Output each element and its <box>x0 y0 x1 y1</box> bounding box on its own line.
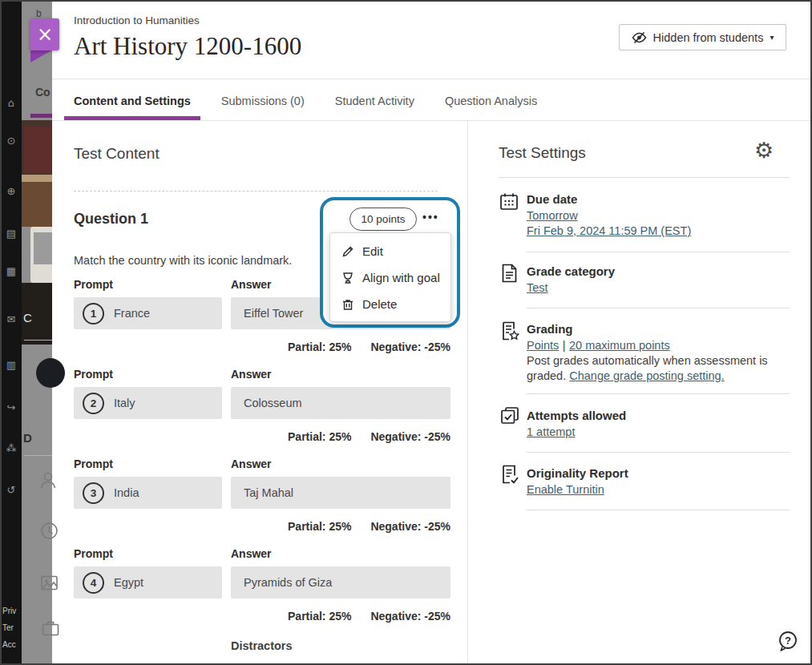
close-panel-button[interactable]: × <box>30 18 59 50</box>
grading-points-link[interactable]: Points <box>527 339 559 352</box>
sidebar-profile-icon[interactable]: ⊙ <box>4 134 18 148</box>
partial-credit: Partial: 25% <box>288 430 351 443</box>
partial-credit: Partial: 25% <box>288 341 351 353</box>
answer-header: Answer <box>231 457 272 470</box>
menu-item-edit[interactable]: Edit <box>330 238 450 264</box>
points-pill-button[interactable]: 10 points <box>349 208 417 231</box>
tab-bar: Content and Settings Submissions (0) Stu… <box>64 87 547 120</box>
sidebar-organizations-icon[interactable]: ▦ <box>4 264 18 279</box>
sidebar-history-icon[interactable]: ↺ <box>4 483 18 498</box>
sidebar-groups-icon[interactable]: ⁂ <box>4 441 18 456</box>
prompt-number-badge: 2 <box>83 393 104 414</box>
dashed-divider <box>74 191 438 191</box>
tab-student-activity[interactable]: Student Activity <box>325 87 424 120</box>
attempts-title: Attempts allowed <box>527 409 626 422</box>
backdrop-breadcrumb-fragment: b <box>36 8 42 19</box>
close-icon: × <box>37 23 53 46</box>
gear-icon[interactable]: ⚙ <box>754 139 774 162</box>
prompt-text: France <box>114 307 150 320</box>
originality-title: Originality Report <box>527 466 628 480</box>
sidebar-institution-icon[interactable]: ⌂ <box>4 96 18 111</box>
attempts-link[interactable]: 1 attempt <box>527 425 575 438</box>
more-options-icon[interactable]: ••• <box>422 211 439 224</box>
help-icon[interactable]: ? <box>777 630 799 652</box>
breadcrumb[interactable]: Introduction to Humanities <box>74 14 200 26</box>
partial-credit: Partial: 25% <box>288 520 351 533</box>
menu-item-align-with-goal[interactable]: Align with goal <box>330 264 450 291</box>
distractors-heading: Distractors <box>231 639 293 652</box>
header-divider <box>52 79 810 79</box>
sidebar-signout-icon[interactable]: ↪ <box>4 401 18 415</box>
grading-max-points-link[interactable]: 20 maximum points <box>569 339 670 352</box>
backdrop-avatar <box>36 358 65 388</box>
settings-divider <box>527 308 790 308</box>
prompt-box-3: 3 India <box>74 477 222 509</box>
negative-credit: Negative: -25% <box>370 430 450 443</box>
prompt-header: Prompt <box>74 457 113 470</box>
goal-icon <box>341 272 354 284</box>
svg-text:?: ? <box>785 635 791 647</box>
settings-divider <box>527 393 790 394</box>
question-context-menu: Edit Align with goal Delete <box>329 232 451 322</box>
document-icon <box>499 263 519 284</box>
document-star-icon <box>499 320 520 341</box>
tab-submissions[interactable]: Submissions (0) <box>212 87 314 120</box>
grade-category-title: Grade category <box>527 264 615 278</box>
prompt-number-badge: 4 <box>83 572 104 594</box>
backdrop-card-heading-fragment: C <box>23 311 32 324</box>
backdrop-card-image <box>34 232 52 264</box>
menu-item-delete[interactable]: Delete <box>330 291 450 317</box>
chevron-down-icon: ▾ <box>770 33 774 42</box>
prompt-box-1: 1 France <box>74 297 222 329</box>
tab-content-and-settings[interactable]: Content and Settings <box>64 87 200 120</box>
sidebar-grades-icon[interactable]: ▥ <box>4 358 18 373</box>
backdrop-progress-icon <box>39 521 59 541</box>
grading-title: Grading <box>527 322 573 336</box>
grade-category-link[interactable]: Test <box>527 281 548 294</box>
partial-credit: Partial: 25% <box>288 610 351 623</box>
settings-divider <box>499 177 790 178</box>
visibility-label: Hidden from students <box>653 31 764 44</box>
negative-credit: Negative: -25% <box>370 520 450 533</box>
visibility-dropdown-button[interactable]: Hidden from students ▾ <box>619 24 786 50</box>
page-title: Art History 1200-1600 <box>74 32 301 61</box>
due-date-relative-link[interactable]: Tomorrow <box>527 209 578 222</box>
test-settings-heading: Test Settings <box>499 144 586 162</box>
change-grade-posting-link[interactable]: Change grade posting setting. <box>569 369 724 382</box>
backdrop-divider <box>24 340 52 341</box>
answer-text: Colosseum <box>244 397 302 409</box>
tabs-divider <box>52 120 810 121</box>
prompt-box-4: 4 Egypt <box>74 566 222 598</box>
base-navigation-sidebar: ⌂ ⊙ ⊕ ▤ ▦ ✉ ▥ ↪ ⁂ ↺ Priv Ter Acc <box>0 0 22 665</box>
pencil-icon <box>341 245 354 258</box>
test-content-heading: Test Content <box>74 145 160 163</box>
backdrop-divider <box>24 455 52 456</box>
due-date-full-link[interactable]: Fri Feb 9, 2024 11:59 PM (EST) <box>527 224 691 237</box>
negative-credit: Negative: -25% <box>370 341 450 353</box>
trash-icon <box>341 298 354 311</box>
answer-box-4: Pyramids of Giza <box>231 566 450 598</box>
scoring-row: Partial: 25%Negative: -25% <box>231 430 450 443</box>
menu-item-label: Edit <box>362 244 383 258</box>
tab-question-analysis[interactable]: Question Analysis <box>435 87 547 120</box>
prompt-header: Prompt <box>74 547 113 560</box>
close-button-fold <box>30 50 51 62</box>
app-window: ⌂ ⊙ ⊕ ▤ ▦ ✉ ▥ ↪ ⁂ ↺ Priv Ter Acc b Co C … <box>0 0 812 665</box>
backdrop-artwork-pattern <box>24 127 52 173</box>
negative-credit: Negative: -25% <box>370 610 450 623</box>
terms-link[interactable]: Ter <box>2 623 14 632</box>
accessibility-link[interactable]: Acc <box>2 640 16 649</box>
prompt-header: Prompt <box>74 368 113 381</box>
column-divider <box>467 121 468 665</box>
enable-turnitin-link[interactable]: Enable Turnitin <box>527 483 604 496</box>
sidebar-messages-icon[interactable]: ✉ <box>4 312 18 327</box>
sidebar-courses-icon[interactable]: ▤ <box>4 227 18 241</box>
sidebar-globe-icon[interactable]: ⊕ <box>4 184 18 199</box>
settings-divider <box>527 252 790 252</box>
prompt-number-badge: 1 <box>83 303 104 324</box>
backdrop-tab-fragment: Co <box>35 86 50 99</box>
answer-text: Pyramids of Giza <box>244 576 332 589</box>
prompt-header: Prompt <box>74 278 113 291</box>
question-text: Match the country with its iconic landma… <box>74 254 292 267</box>
privacy-link[interactable]: Priv <box>2 607 16 615</box>
